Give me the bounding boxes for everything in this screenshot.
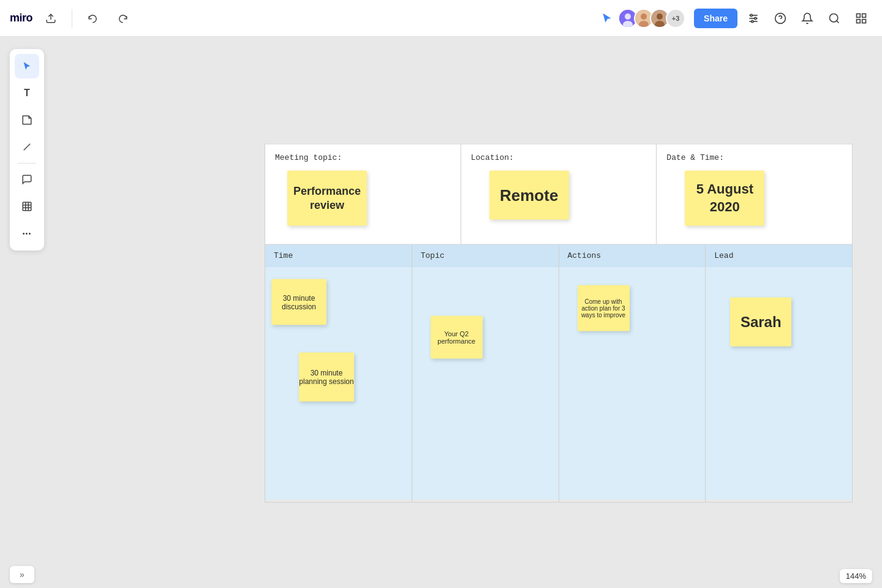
svg-point-5 xyxy=(641,13,647,20)
cursor-tool[interactable] xyxy=(15,54,39,78)
lead-sticky-1[interactable]: Sarah xyxy=(730,298,791,347)
search-icon-button[interactable] xyxy=(823,7,845,29)
svg-rect-22 xyxy=(857,19,861,23)
sticky-note-tool[interactable] xyxy=(15,108,39,132)
lead-column: Lead Sarah xyxy=(706,245,852,502)
share-button[interactable]: Share xyxy=(694,9,737,28)
actions-column-header: Actions xyxy=(559,245,706,267)
topic-column: Topic Your Q2 performance xyxy=(412,245,559,502)
board-list-icon-button[interactable] xyxy=(850,7,872,29)
svg-point-14 xyxy=(755,17,756,19)
board-top-section: Meeting topic: Performance review Locati… xyxy=(265,144,853,244)
undo-button[interactable] xyxy=(82,7,104,29)
datetime-label: Date & Time: xyxy=(666,153,842,162)
meeting-topic-cell: Meeting topic: Performance review xyxy=(265,145,461,244)
board: Meeting topic: Performance review Locati… xyxy=(265,144,853,503)
redo-button[interactable] xyxy=(111,7,134,29)
sidebar-collapse-button[interactable]: » xyxy=(10,566,34,583)
svg-rect-25 xyxy=(23,202,31,211)
avatar-extra: +3 xyxy=(666,9,685,28)
canvas-area[interactable]: Meeting topic: Performance review Locati… xyxy=(0,37,882,588)
avatar-group: +3 xyxy=(618,9,685,28)
lead-column-body: Sarah xyxy=(706,267,852,500)
svg-rect-23 xyxy=(862,19,866,23)
lead-column-header: Lead xyxy=(706,245,852,267)
svg-point-8 xyxy=(657,13,663,20)
time-column: Time 30 minute discussion 30 minute plan… xyxy=(265,245,412,502)
board-grid: Time 30 minute discussion 30 minute plan… xyxy=(265,244,853,503)
toolbar-sidebar: T ••• xyxy=(10,49,44,251)
topbar-right: +3 Share xyxy=(601,7,872,29)
app-logo: miro xyxy=(10,12,32,24)
frame-tool[interactable] xyxy=(15,194,39,219)
time-column-header: Time xyxy=(265,245,412,267)
meeting-topic-label: Meeting topic: xyxy=(275,153,451,162)
location-cell: Location: Remote xyxy=(461,145,657,244)
sidebar-divider xyxy=(18,163,36,164)
more-tools[interactable]: ••• xyxy=(15,221,39,246)
notifications-icon-button[interactable] xyxy=(796,7,818,29)
actions-sticky-1[interactable]: Come up with action plan for 3 ways to i… xyxy=(578,285,630,331)
topbar: miro xyxy=(0,0,882,37)
comment-tool[interactable] xyxy=(15,167,39,192)
svg-point-18 xyxy=(830,13,838,21)
actions-column-body: Come up with action plan for 3 ways to i… xyxy=(559,267,706,500)
svg-line-24 xyxy=(24,144,31,151)
help-icon-button[interactable] xyxy=(769,7,791,29)
location-sticky[interactable]: Remote xyxy=(489,171,569,220)
upload-button[interactable] xyxy=(40,7,62,29)
actions-column: Actions Come up with action plan for 3 w… xyxy=(559,245,706,502)
line-tool[interactable] xyxy=(15,135,39,159)
text-tool[interactable]: T xyxy=(15,81,39,105)
cursor-icon xyxy=(601,12,613,24)
svg-rect-20 xyxy=(857,13,861,17)
meeting-topic-sticky[interactable]: Performance review xyxy=(287,171,367,226)
topic-column-body: Your Q2 performance xyxy=(412,267,559,500)
svg-point-13 xyxy=(750,14,752,16)
topic-sticky-1[interactable]: Your Q2 performance xyxy=(431,316,483,359)
settings-icon-button[interactable] xyxy=(742,7,764,29)
svg-line-19 xyxy=(837,20,839,23)
datetime-cell: Date & Time: 5 August 2020 xyxy=(657,145,852,244)
datetime-sticky[interactable]: 5 August 2020 xyxy=(685,171,764,226)
divider xyxy=(72,9,72,28)
time-sticky-2[interactable]: 30 minute planning session xyxy=(299,353,354,402)
location-label: Location: xyxy=(471,153,647,162)
time-sticky-1[interactable]: 30 minute discussion xyxy=(271,279,326,325)
svg-rect-21 xyxy=(862,13,866,17)
zoom-indicator: 144% xyxy=(840,569,872,583)
topbar-left: miro xyxy=(10,7,134,29)
time-column-body: 30 minute discussion 30 minute planning … xyxy=(265,267,412,500)
svg-point-2 xyxy=(625,13,631,20)
svg-point-15 xyxy=(752,20,753,22)
topic-column-header: Topic xyxy=(412,245,559,267)
